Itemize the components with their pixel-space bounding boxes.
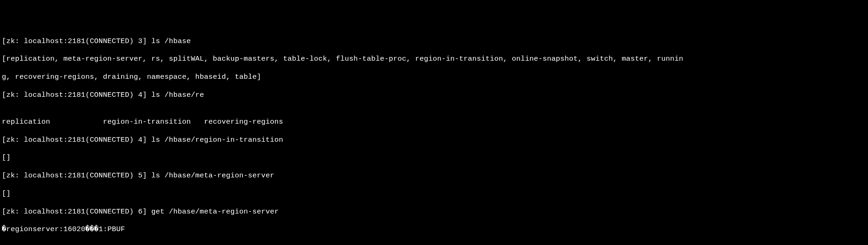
terminal-output: [] — [2, 189, 866, 198]
terminal-line: [zk: localhost:2181(CONNECTED) 4] ls /hb… — [2, 136, 866, 144]
terminal-line: [zk: localhost:2181(CONNECTED) 5] ls /hb… — [2, 171, 866, 180]
terminal-line: [zk: localhost:2181(CONNECTED) 3] ls /hb… — [2, 37, 866, 46]
terminal-line: [zk: localhost:2181(CONNECTED) 6] get /h… — [2, 207, 866, 216]
terminal-output: [] — [2, 153, 866, 162]
terminal-output: g, recovering-regions, draining, namespa… — [2, 73, 866, 82]
terminal-output: [replication, meta-region-server, rs, sp… — [2, 55, 866, 63]
terminal-output: replication region-in-transition recover… — [2, 118, 866, 126]
terminal-line: [zk: localhost:2181(CONNECTED) 4] ls /hb… — [2, 91, 866, 100]
terminal-output: �regionserver:16020���1:PBUF — [2, 225, 866, 234]
